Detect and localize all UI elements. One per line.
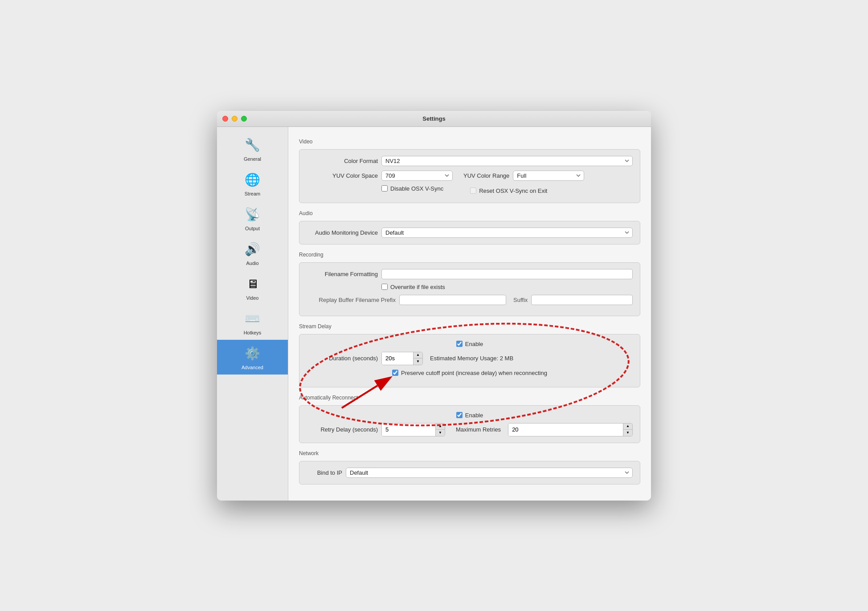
duration-input[interactable] xyxy=(382,352,413,365)
max-retries-down-button[interactable]: ▼ xyxy=(623,430,632,436)
bind-ip-label: Bind to IP xyxy=(307,469,342,476)
stream-delay-section-title: Stream Delay xyxy=(299,323,640,330)
recording-section-box: Filename Formatting %CCYY-%MM-%DD %hh-%m… xyxy=(299,262,640,316)
max-retries-up-button[interactable]: ▲ xyxy=(623,424,632,430)
retry-delay-input[interactable] xyxy=(382,424,435,436)
sidebar-label-hotkeys: Hotkeys xyxy=(244,330,262,335)
hotkeys-icon: ⌨️ xyxy=(243,310,262,328)
sidebar-item-stream[interactable]: 🌐 Stream xyxy=(217,166,288,201)
sidebar-label-stream: Stream xyxy=(245,191,260,196)
disable-vsync-row: Disable OSX V-Sync xyxy=(381,185,443,192)
content-area: 🔧 General 🌐 Stream 📡 Output 🔊 Audio 🖥 Vi… xyxy=(217,127,651,501)
sidebar-item-general[interactable]: 🔧 General xyxy=(217,131,288,166)
video-icon: 🖥 xyxy=(243,275,262,293)
recording-section-title: Recording xyxy=(299,252,640,258)
network-section-box: Bind to IP Default xyxy=(299,461,640,485)
overwrite-label: Overwrite if file exists xyxy=(390,284,445,290)
max-retries-stepper-buttons: ▲ ▼ xyxy=(623,424,632,436)
suffix-input[interactable] xyxy=(531,295,633,305)
auto-reconnect-enable-checkbox[interactable] xyxy=(456,412,463,418)
color-format-row: Color Format NV12 xyxy=(307,156,633,166)
auto-reconnect-enable-row: Enable xyxy=(307,412,633,419)
duration-stepper: ▲ ▼ xyxy=(381,352,423,365)
sidebar-item-hotkeys[interactable]: ⌨️ Hotkeys xyxy=(217,305,288,340)
estimated-memory-label: Estimated Memory Usage: 2 MB xyxy=(430,355,513,362)
overwrite-row: Overwrite if file exists xyxy=(307,284,633,290)
sidebar-item-advanced[interactable]: ⚙️ Advanced xyxy=(217,340,288,375)
retry-delay-down-button[interactable]: ▼ xyxy=(436,430,445,436)
minimize-button[interactable] xyxy=(232,116,237,122)
video-section-box: Color Format NV12 YUV Color Space 709 YU… xyxy=(299,149,640,203)
auto-reconnect-section-box: Enable Retry Delay (seconds) ▲ ▼ Maximum… xyxy=(299,405,640,443)
sidebar-label-advanced: Advanced xyxy=(242,365,263,370)
advanced-icon: ⚙️ xyxy=(243,344,262,363)
duration-down-button[interactable]: ▼ xyxy=(414,358,422,365)
stream-delay-enable-checkbox[interactable] xyxy=(456,341,463,347)
disable-vsync-checkbox[interactable] xyxy=(381,185,388,191)
duration-up-button[interactable]: ▲ xyxy=(414,352,422,358)
duration-row: Duration (seconds) ▲ ▼ Estimated Memory … xyxy=(307,352,633,365)
close-button[interactable] xyxy=(222,116,228,122)
audio-icon: 🔊 xyxy=(243,240,262,259)
stream-icon: 🌐 xyxy=(243,171,262,189)
max-retries-stepper: ▲ ▼ xyxy=(508,423,633,436)
sidebar-item-audio[interactable]: 🔊 Audio xyxy=(217,236,288,270)
output-icon: 📡 xyxy=(243,205,262,224)
audio-monitoring-label: Audio Monitoring Device xyxy=(307,229,378,236)
auto-reconnect-enable-label: Enable xyxy=(465,412,483,419)
sidebar-label-output: Output xyxy=(245,226,260,231)
sidebar-label-video: Video xyxy=(246,295,259,301)
preserve-cutoff-checkbox[interactable] xyxy=(392,370,398,376)
duration-label: Duration (seconds) xyxy=(307,355,378,362)
preserve-cutoff-label: Preserve cutoff point (increase delay) w… xyxy=(401,370,547,376)
replay-prefix-input[interactable]: Replay xyxy=(399,295,506,305)
filename-label: Filename Formatting xyxy=(307,271,378,277)
stream-delay-section-box: Enable Duration (seconds) ▲ ▼ Estimated … xyxy=(299,334,640,387)
sidebar-item-output[interactable]: 📡 Output xyxy=(217,201,288,236)
yuv-color-range-select[interactable]: Full xyxy=(513,171,584,181)
replay-row: Replay Buffer Filename Prefix Replay Suf… xyxy=(307,295,633,305)
duration-stepper-buttons: ▲ ▼ xyxy=(413,352,422,365)
settings-window: Settings 🔧 General 🌐 Stream 📡 Output 🔊 A… xyxy=(217,111,651,501)
sidebar-item-video[interactable]: 🖥 Video xyxy=(217,270,288,305)
sidebar: 🔧 General 🌐 Stream 📡 Output 🔊 Audio 🖥 Vi… xyxy=(217,127,288,501)
max-retries-input[interactable] xyxy=(508,424,623,436)
general-icon: 🔧 xyxy=(243,136,262,155)
video-section-title: Video xyxy=(299,138,640,145)
sidebar-label-audio: Audio xyxy=(246,261,258,266)
suffix-label: Suffix xyxy=(513,297,528,303)
reset-vsync-label: Reset OSX V-Sync on Exit xyxy=(479,187,547,194)
retry-delay-stepper-buttons: ▲ ▼ xyxy=(435,424,445,436)
sidebar-label-general: General xyxy=(244,156,261,162)
max-retries-label: Maximum Retries xyxy=(456,426,501,433)
filename-input[interactable]: %CCYY-%MM-%DD %hh-%mm-%ss xyxy=(381,269,633,279)
audio-monitoring-row: Audio Monitoring Device Default xyxy=(307,228,633,238)
yuv-color-space-label: YUV Color Space xyxy=(307,172,378,179)
bind-ip-select[interactable]: Default xyxy=(346,468,633,478)
color-format-label: Color Format xyxy=(307,158,378,164)
overwrite-checkbox[interactable] xyxy=(381,284,388,290)
audio-monitoring-select[interactable]: Default xyxy=(381,228,633,238)
retry-row: Retry Delay (seconds) ▲ ▼ Maximum Retrie… xyxy=(307,423,633,436)
traffic-lights xyxy=(222,116,247,122)
filename-row: Filename Formatting %CCYY-%MM-%DD %hh-%m… xyxy=(307,269,633,279)
reset-vsync-checkbox[interactable] xyxy=(470,187,476,194)
yuv-color-space-select[interactable]: 709 xyxy=(381,171,453,181)
titlebar: Settings xyxy=(217,111,651,127)
retry-delay-stepper: ▲ ▼ xyxy=(381,423,445,436)
reset-vsync-row: Reset OSX V-Sync on Exit xyxy=(470,187,547,194)
retry-delay-label: Retry Delay (seconds) xyxy=(307,426,378,433)
replay-prefix-label: Replay Buffer Filename Prefix xyxy=(307,297,396,303)
window-title: Settings xyxy=(422,115,445,122)
retry-delay-up-button[interactable]: ▲ xyxy=(436,424,445,430)
disable-vsync-label: Disable OSX V-Sync xyxy=(390,185,443,192)
main-panel: Video Color Format NV12 YUV Color Space … xyxy=(288,127,651,501)
yuv-row: YUV Color Space 709 YUV Color Range Full xyxy=(307,171,633,181)
preserve-row: Preserve cutoff point (increase delay) w… xyxy=(307,370,633,376)
stream-delay-enable-row: Enable xyxy=(307,341,633,347)
vsync-row: Disable OSX V-Sync Reset OSX V-Sync on E… xyxy=(307,185,633,196)
audio-section-title: Audio xyxy=(299,210,640,216)
yuv-color-range-label: YUV Color Range xyxy=(463,172,509,179)
color-format-select[interactable]: NV12 xyxy=(381,156,633,166)
maximize-button[interactable] xyxy=(241,116,247,122)
